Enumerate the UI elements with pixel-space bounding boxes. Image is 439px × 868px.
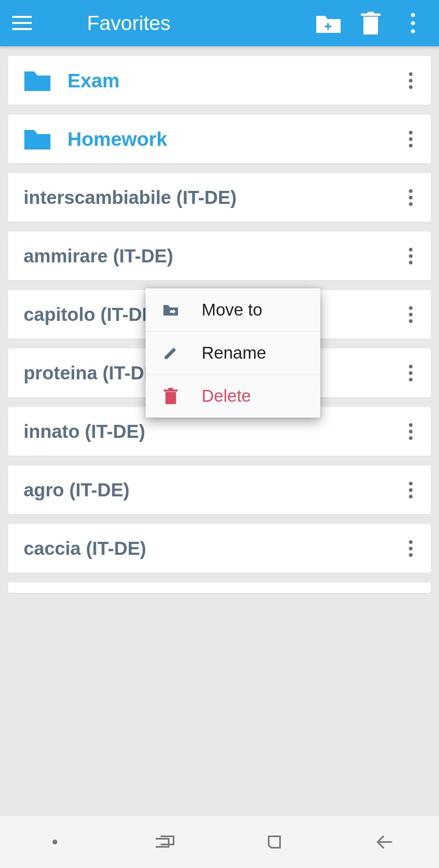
pencil-icon — [162, 344, 180, 362]
folder-label: Homework — [67, 128, 167, 150]
trash-icon — [162, 387, 180, 405]
back-arrow-icon — [375, 834, 393, 850]
overflow-menu-button[interactable] — [397, 7, 429, 39]
word-label: innato (IT-DE) — [24, 420, 145, 442]
row-menu-button[interactable] — [402, 536, 419, 561]
row-menu-button[interactable] — [402, 478, 419, 502]
more-vert-icon — [409, 306, 413, 323]
more-vert-icon — [409, 72, 413, 89]
svg-rect-5 — [363, 17, 378, 35]
svg-rect-4 — [325, 26, 331, 27]
more-vert-icon — [409, 131, 413, 147]
svg-rect-0 — [12, 16, 32, 18]
folder-icon — [24, 128, 51, 150]
menu-item-label: Move to — [202, 300, 262, 320]
row-menu-button[interactable] — [402, 361, 419, 385]
nav-home-button[interactable] — [258, 826, 291, 858]
row-menu-button[interactable] — [402, 127, 419, 151]
app-bar: Favorites — [0, 0, 439, 46]
word-row-peek — [8, 582, 431, 593]
new-folder-icon — [315, 13, 341, 34]
word-label: caccia (IT-DE) — [24, 537, 146, 559]
word-row[interactable]: interscambiabile (IT-DE) — [8, 173, 431, 222]
folder-row[interactable]: Exam — [8, 56, 431, 105]
menu-item-rename[interactable]: Rename — [146, 331, 320, 374]
more-vert-icon — [409, 540, 413, 557]
move-to-icon — [162, 301, 180, 319]
svg-point-11 — [52, 840, 57, 844]
word-row[interactable]: caccia (IT-DE) — [8, 524, 431, 573]
word-label: ammirare (IT-DE) — [24, 245, 173, 267]
word-row[interactable]: agro (IT-DE) — [8, 465, 431, 514]
word-label: capitolo (IT-DE) — [24, 303, 161, 325]
menu-item-move-to[interactable]: Move to — [146, 288, 320, 331]
word-label: interscambiabile (IT-DE) — [24, 186, 237, 208]
word-row[interactable]: ammirare (IT-DE) — [8, 232, 431, 280]
page-title: Favorites — [87, 11, 171, 35]
more-vert-icon — [409, 248, 413, 264]
nav-assist-button[interactable] — [39, 826, 71, 858]
menu-item-label: Rename — [202, 343, 266, 363]
more-vert-icon — [409, 482, 413, 498]
svg-rect-10 — [168, 388, 173, 390]
row-menu-button[interactable] — [402, 185, 419, 210]
recent-apps-icon — [154, 835, 175, 849]
row-menu-button[interactable] — [402, 302, 419, 327]
hamburger-icon — [12, 16, 32, 30]
folder-row[interactable]: Homework — [8, 115, 431, 163]
row-menu-button[interactable] — [402, 68, 419, 93]
more-vert-icon — [409, 423, 413, 440]
more-vert-icon — [409, 189, 413, 206]
row-menu-button[interactable] — [402, 244, 419, 268]
more-vert-icon — [411, 13, 415, 33]
context-menu: Move to Rename Delete — [146, 288, 320, 418]
more-vert-icon — [409, 365, 413, 381]
menu-item-label: Delete — [202, 386, 251, 406]
home-icon — [265, 833, 283, 851]
menu-item-delete[interactable]: Delete — [146, 374, 320, 418]
svg-rect-7 — [367, 12, 374, 14]
system-nav-bar — [0, 815, 439, 868]
nav-recent-button[interactable] — [148, 826, 181, 858]
trash-icon — [361, 12, 380, 35]
svg-rect-8 — [165, 392, 176, 404]
svg-rect-1 — [12, 22, 32, 24]
new-folder-button[interactable] — [312, 7, 345, 39]
nav-back-button[interactable] — [368, 826, 400, 858]
folder-label: Exam — [67, 69, 120, 92]
svg-rect-2 — [12, 28, 32, 30]
row-menu-button[interactable] — [402, 419, 419, 444]
folder-icon — [24, 69, 51, 92]
word-label: proteina (IT-DE) — [24, 362, 163, 384]
delete-button[interactable] — [354, 7, 387, 39]
word-label: agro (IT-DE) — [24, 479, 130, 501]
dot-icon — [52, 839, 58, 845]
hamburger-menu-button[interactable] — [10, 11, 34, 35]
